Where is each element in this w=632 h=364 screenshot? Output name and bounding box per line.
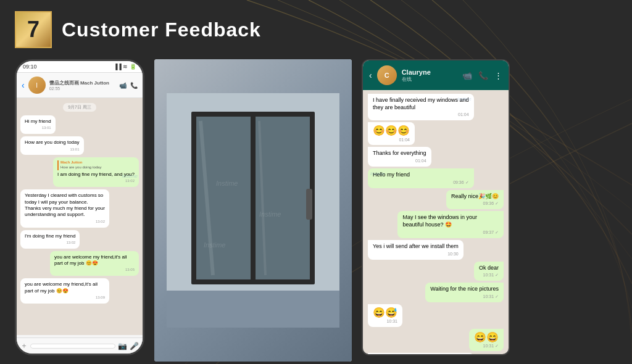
plus-icon[interactable]: ＋ — [20, 341, 28, 351]
msg-cleared-customs: Yesterday I cleared with customs so toda… — [20, 189, 109, 227]
back-arrow-icon[interactable]: ‹ — [22, 80, 25, 90]
product-image-panel: Instime Instime Instime — [154, 59, 352, 362]
section-number-badge: 7 — [15, 11, 52, 48]
wa-msg-emoji-3: 😄😄 10:31 ✓ — [469, 329, 504, 352]
wa-msg-yes-install: Yes i will send after we install them 10… — [368, 240, 464, 260]
wa-header[interactable]: ‹ C Clauryne 在线 📹 📞 ⋮ — [363, 60, 509, 90]
wa-video-icon[interactable]: 📹 — [462, 71, 472, 80]
wa-msg-emoji-2: 😄😅 10:31 — [368, 304, 402, 327]
wa-back-icon[interactable]: ‹ — [369, 70, 372, 80]
contact-name: 蕾品之线而画 Mach Jutton — [49, 80, 115, 86]
svg-rect-5 — [251, 117, 256, 279]
wa-header-icons[interactable]: 📹 📞 ⋮ — [462, 71, 502, 80]
left-messages-container: 9月7日 周三 Hi my friend 13:01 How are you d… — [17, 98, 143, 335]
msg-doing-fine: I'm doing fine my friend 13:02 — [20, 230, 80, 249]
wa-msg-really-nice: Really nice🎉🌿😊 09:36 ✓ — [446, 190, 504, 210]
msg-welcome: you are welcome my friend,it's all part … — [50, 251, 139, 276]
svg-rect-6 — [306, 189, 312, 220]
video-call-icon[interactable]: 📹 — [119, 82, 127, 89]
message-input[interactable] — [30, 344, 115, 349]
chat-action-icons[interactable]: 📹 📞 — [119, 82, 138, 89]
wa-call-icon[interactable]: 📞 — [478, 71, 488, 80]
call-icon[interactable]: 📞 — [130, 82, 138, 89]
svg-text:Instime: Instime — [259, 210, 281, 218]
camera-icon[interactable]: 📷 — [118, 342, 127, 350]
section-number: 7 — [27, 17, 40, 43]
svg-rect-1 — [167, 291, 339, 328]
mic-icon[interactable]: 🎤 — [130, 342, 139, 350]
window-product-display: Instime Instime Instime — [154, 59, 352, 362]
phone-status-bar: 09:10 ▐▐ ≋ 🔋 — [17, 61, 143, 73]
phone-indicators: ▐▐ ≋ 🔋 — [114, 64, 136, 70]
svg-rect-3 — [196, 117, 251, 279]
wa-more-icon[interactable]: ⋮ — [494, 71, 502, 80]
wa-msg-wrapper-1: I have finally received my windows and t… — [368, 94, 504, 120]
page-title: Customer Feedback — [62, 19, 261, 41]
contact-name-block: 蕾品之线而画 Mach Jutton 02:55 — [49, 80, 115, 91]
wa-msg-quality-perfect: I must tell you that the quality is perf… — [368, 353, 474, 354]
right-phone-mockup: ‹ C Clauryne 在线 📹 📞 ⋮ I have finally rec — [362, 59, 510, 355]
msg-welcome-received: you are welcome my friend,It's all part … — [20, 278, 109, 304]
wa-contact-status: 在线 — [402, 76, 457, 83]
wa-msg-emoji-1: 😊😊😊 01:04 — [368, 122, 415, 145]
panels-container: 09:10 ▐▐ ≋ 🔋 ‹ I 蕾品之线而画 Mach Jutton 02:5… — [15, 59, 617, 362]
wa-msg-ok-dear: Ok dear 10:31 ✓ — [474, 262, 504, 281]
left-phone-bottom-bar[interactable]: ＋ 📷 🎤 — [17, 337, 143, 354]
page-header: 7 Customer Feedback — [15, 11, 617, 48]
left-phone-mockup: 09:10 ▐▐ ≋ 🔋 ‹ I 蕾品之线而画 Mach Jutton 02:5… — [15, 59, 144, 355]
msg-sent-quote1: Mach JuttonHow are you doing today I am … — [53, 157, 139, 187]
left-chat-header[interactable]: ‹ I 蕾品之线而画 Mach Jutton 02:55 📹 📞 — [17, 73, 143, 98]
phone-time: 09:10 — [23, 64, 37, 70]
contact-avatar: I — [28, 77, 46, 94]
wa-msg-received-windows: I have finally received my windows and t… — [368, 94, 474, 120]
date-divider: 9月7日 周三 — [63, 103, 96, 112]
svg-text:Instime: Instime — [216, 180, 238, 187]
wa-contact-name: Clauryne — [402, 68, 457, 76]
wa-msg-may-i-see: May I see the windows in your beautiful … — [397, 211, 504, 238]
wa-contact-info: Clauryne 在线 — [402, 68, 457, 83]
wa-contact-avatar: C — [377, 65, 397, 85]
msg-how-are-you: How are you doing today 13:01 — [20, 136, 84, 155]
msg-hi-my-friend: Hi my friend 13:01 — [20, 115, 56, 134]
wa-messages-container: I have finally received my windows and t… — [363, 90, 509, 354]
instime-watermark-wa2: Instime — [370, 171, 385, 176]
wa-msg-waiting-pictures: Waiting for the nice pictures 10:31 ✓ — [425, 283, 504, 302]
wa-msg-thanks-everything: Thanks for everything 01:04 — [368, 147, 431, 167]
contact-sub: 02:55 — [49, 86, 115, 91]
wa-msg-hello-friend: Hello my friend 09:36 ✓ Instime — [368, 168, 474, 188]
svg-text:Instime: Instime — [204, 241, 225, 249]
instime-watermark-wa1: Instime — [457, 96, 472, 102]
wa-msg-wrapper-2: Hello my friend 09:36 ✓ Instime — [368, 168, 504, 188]
